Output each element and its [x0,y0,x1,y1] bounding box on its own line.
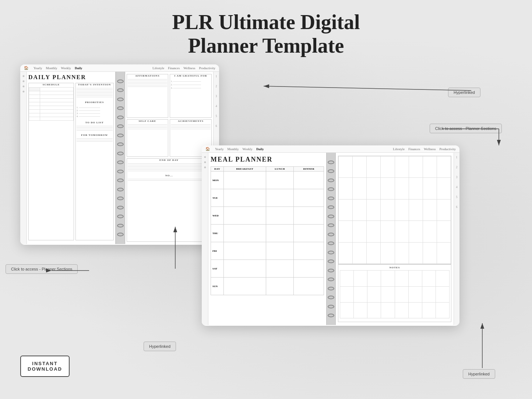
schedule-table [29,87,74,121]
meal-planner-title: MEAL PLANNER [211,156,324,163]
nav-tab-monthly[interactable]: Monthly [46,66,57,70]
sidebar-icon-1: ⊕ [22,75,25,78]
nav-wellness[interactable]: Wellness [183,66,195,70]
daily-planner-title: DAILY PLANNER [28,74,114,81]
nav-tab-yearly[interactable]: Yearly [34,66,42,70]
sidebar-icon-4: ⊕ [22,90,25,93]
meal-planner-body: ⊕ ⊕ ⊕ MEAL PLANNER DAY BREAKFAST LUNCH D… [202,153,459,325]
instant-download-line1: INSTANT [28,361,62,366]
callout-hyperlinked-bottom-right[interactable]: Hyperlinked [463,369,495,379]
meal-sidebar-icon-1: ⊕ [204,156,206,159]
notes-short-label: NO... [127,174,212,177]
daily-planner-nav-right: Lifestyle Finances Wellness Productivity [152,66,215,70]
meal-nav-productivity[interactable]: Productivity [440,147,456,151]
grateful-label: I AM GRATEFUL FOR [170,74,211,77]
nav-finances[interactable]: Finances [168,66,180,70]
nav-productivity[interactable]: Productivity [199,66,216,70]
meal-sidebar-icon-2: ⊕ [204,161,206,164]
meal-planner-nav-right: Lifestyle Finances Wellness Productivity [393,147,456,151]
endofday-label: END OF DAY [127,159,212,162]
meal-nav-wellness[interactable]: Wellness [424,147,436,151]
sidebar-icon-3: ⊕ [22,85,25,88]
page-title: PLR Ultimate Digital Planner Template [0,0,532,64]
meal-nav-monthly[interactable]: Monthly [228,147,239,151]
schedule-label: SCHEDULE [29,83,74,86]
daily-planner-body: ⊕ ⊕ ⊕ ⊕ DAILY PLANNER SCHEDULE [20,72,219,244]
daily-planner-mockup: 🏠 Yearly Monthly Weekly Daily Lifestyle … [20,64,219,245]
affirmations-label: AFFIRMATIONS [127,74,168,77]
callout-planner-sections-top[interactable]: Click to access - Planner Sections [430,124,502,133]
instant-download-badge: INSTANT DOWNLOAD [20,356,70,377]
meal-notes-label: NOTES [340,266,450,269]
nav-lifestyle[interactable]: Lifestyle [152,66,164,70]
daily-left-sidebar: ⊕ ⊕ ⊕ ⊕ [20,72,27,244]
instant-download-line2: DOWNLOAD [28,366,62,372]
svg-line-2 [264,86,471,91]
home-icon: 🏠 [24,66,28,70]
daily-planner-content: DAILY PLANNER SCHEDULE [27,72,213,244]
meal-planner-nav: 🏠 Yearly Monthly Weekly Daily Lifestyle … [202,145,459,153]
priorities-label: PRIORITIES [76,101,113,104]
meal-table: DAY BREAKFAST LUNCH DINNER MON TUE WED T… [211,166,324,295]
callout-hyperlinked-top[interactable]: Hyperlinked [448,88,480,97]
tomorrow-label: FOR TOMORROW [76,134,113,137]
callout-hyperlinked-bottom-left[interactable]: Hyperlinked [144,342,176,351]
sidebar-icon-2: ⊕ [22,80,25,83]
meal-home-icon: 🏠 [205,147,210,151]
meal-nav-daily[interactable]: Daily [256,147,264,151]
meal-left-sidebar: ⊕ ⊕ ⊕ [202,153,208,325]
meal-sidebar-icon-3: ⊕ [204,166,206,169]
meal-nav-lifestyle[interactable]: Lifestyle [393,147,405,151]
selfcare-label: SELF CARE [127,120,168,123]
intention-label: TODAY'S INTENTION [76,83,113,86]
meal-planner-content: MEAL PLANNER DAY BREAKFAST LUNCH DINNER … [208,153,454,325]
callout-planner-sections-bottom[interactable]: Click to access - Planner Sections [6,264,78,274]
meal-nav-yearly[interactable]: Yearly [215,147,224,151]
meal-nav-weekly[interactable]: Weekly [243,147,253,151]
meal-planner-mockup: 🏠 Yearly Monthly Weekly Daily Lifestyle … [202,145,459,326]
achievements-label: ACHIEVEMENTS [170,120,211,123]
nav-tab-daily[interactable]: Daily [75,66,82,70]
daily-spiral [116,72,125,244]
meal-nav-finances[interactable]: Finances [408,147,420,151]
meal-spiral [326,153,336,325]
todo-label: TO DO LIST [76,121,113,124]
meal-page-numbers: 123456 [454,153,459,325]
daily-planner-nav: 🏠 Yearly Monthly Weekly Daily Lifestyle … [20,64,219,72]
nav-tab-weekly[interactable]: Weekly [61,66,71,70]
